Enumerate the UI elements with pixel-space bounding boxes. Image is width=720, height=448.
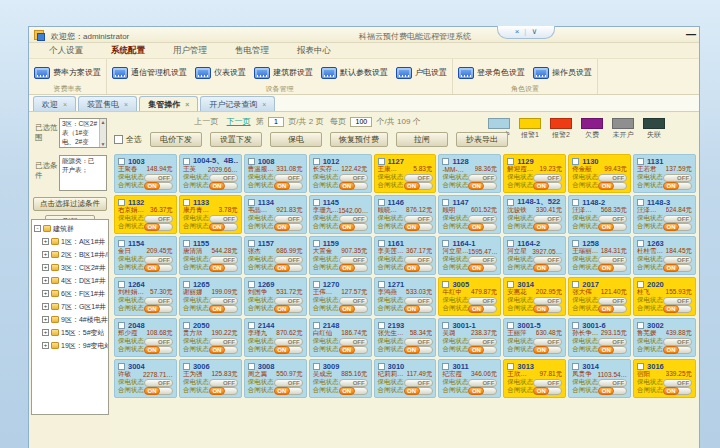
expand-icon[interactable]: + bbox=[42, 342, 49, 349]
ribbon-button-login-role[interactable]: 登录角色设置 bbox=[458, 67, 525, 79]
power-hold-toggle[interactable]: OFF bbox=[533, 379, 562, 387]
page-number-input[interactable] bbox=[268, 117, 284, 127]
tab-close-icon[interactable]: × bbox=[63, 101, 67, 108]
power-hold-toggle[interactable]: OFF bbox=[533, 338, 562, 346]
power-hold-toggle[interactable]: OFF bbox=[598, 379, 627, 387]
switch-toggle[interactable]: ON bbox=[468, 305, 497, 313]
scroll-up-icon[interactable]: ▲ bbox=[101, 119, 106, 125]
room-checkbox[interactable] bbox=[313, 240, 320, 247]
ribbon-button-meter[interactable]: 仪表设置 bbox=[195, 67, 246, 79]
room-checkbox[interactable] bbox=[637, 322, 644, 329]
room-checkbox[interactable] bbox=[378, 199, 385, 206]
collapse-ribbon-icon[interactable]: ∨ bbox=[526, 27, 542, 36]
switch-toggle[interactable]: ON bbox=[144, 305, 173, 313]
tab-close-icon[interactable]: × bbox=[124, 101, 128, 108]
room-checkbox[interactable] bbox=[313, 363, 320, 370]
power-hold-toggle[interactable]: OFF bbox=[598, 256, 627, 264]
power-hold-toggle[interactable]: OFF bbox=[209, 379, 238, 387]
room-checkbox[interactable] bbox=[378, 158, 385, 165]
switch-toggle[interactable]: ON bbox=[533, 346, 562, 354]
switch-toggle[interactable]: ON bbox=[663, 305, 692, 313]
power-hold-toggle[interactable]: OFF bbox=[598, 174, 627, 182]
room-checkbox[interactable] bbox=[118, 158, 125, 165]
power-hold-toggle[interactable]: OFF bbox=[144, 215, 173, 223]
tab-close-icon[interactable]: × bbox=[262, 101, 266, 108]
room-checkbox[interactable] bbox=[118, 199, 125, 206]
power-hold-toggle[interactable]: OFF bbox=[533, 297, 562, 305]
switch-toggle[interactable]: ON bbox=[209, 223, 238, 231]
room-checkbox[interactable] bbox=[507, 199, 514, 206]
power-hold-toggle[interactable]: OFF bbox=[339, 297, 368, 305]
room-checkbox[interactable] bbox=[442, 240, 449, 247]
switch-toggle[interactable]: ON bbox=[468, 223, 497, 231]
room-checkbox[interactable] bbox=[118, 363, 125, 370]
expand-icon[interactable]: + bbox=[42, 277, 49, 284]
ribbon-button-default-params[interactable]: 默认参数设置 bbox=[321, 67, 388, 79]
collapse-icon[interactable]: - bbox=[34, 225, 41, 232]
switch-toggle[interactable]: ON bbox=[209, 346, 238, 354]
range-scrollbar[interactable]: ▲ ▼ bbox=[99, 119, 106, 147]
power-hold-toggle[interactable]: OFF bbox=[209, 297, 238, 305]
power-hold-toggle[interactable]: OFF bbox=[144, 297, 173, 305]
room-checkbox[interactable] bbox=[637, 240, 644, 247]
ribbon-button-household-power[interactable]: 户电设置 bbox=[396, 67, 447, 79]
power-hold-toggle[interactable]: OFF bbox=[404, 215, 433, 223]
switch-toggle[interactable]: ON bbox=[533, 223, 562, 231]
switch-toggle[interactable]: ON bbox=[404, 182, 433, 190]
switch-toggle[interactable]: ON bbox=[533, 305, 562, 313]
power-hold-toggle[interactable]: OFF bbox=[468, 256, 497, 264]
switch-toggle[interactable]: ON bbox=[274, 387, 303, 395]
switch-toggle[interactable]: ON bbox=[663, 223, 692, 231]
power-hold-toggle[interactable]: OFF bbox=[274, 256, 303, 264]
action-button-price-dispatch[interactable]: 电价下发 bbox=[150, 132, 202, 147]
power-hold-toggle[interactable]: OFF bbox=[274, 379, 303, 387]
room-checkbox[interactable] bbox=[313, 199, 320, 206]
tree-item-3[interactable]: +4区：D区1#井（D区1… bbox=[34, 274, 108, 287]
switch-toggle[interactable]: ON bbox=[598, 223, 627, 231]
power-hold-toggle[interactable]: OFF bbox=[663, 174, 692, 182]
tab-account-records[interactable]: 开户记录查询× bbox=[200, 96, 275, 111]
room-checkbox[interactable] bbox=[183, 199, 190, 206]
prev-page-link[interactable]: 上一页 bbox=[194, 117, 218, 126]
room-checkbox[interactable] bbox=[378, 322, 385, 329]
power-hold-toggle[interactable]: OFF bbox=[144, 256, 173, 264]
select-all-checkbox[interactable] bbox=[114, 135, 123, 144]
power-hold-toggle[interactable]: OFF bbox=[533, 256, 562, 264]
switch-toggle[interactable]: ON bbox=[598, 264, 627, 272]
switch-toggle[interactable]: ON bbox=[274, 223, 303, 231]
selected-range-listbox[interactable]: 3区：C区2#表（1#变电、2#变电、C区1#表） ▲ ▼ bbox=[59, 118, 107, 148]
switch-toggle[interactable]: ON bbox=[404, 305, 433, 313]
switch-toggle[interactable]: ON bbox=[144, 182, 173, 190]
room-checkbox[interactable] bbox=[442, 158, 449, 165]
page-size-input[interactable] bbox=[350, 117, 372, 127]
room-checkbox[interactable] bbox=[313, 158, 320, 165]
room-checkbox[interactable] bbox=[507, 281, 514, 288]
action-button-settings-dispatch[interactable]: 设置下发 bbox=[210, 132, 262, 147]
switch-toggle[interactable]: ON bbox=[209, 264, 238, 272]
room-checkbox[interactable] bbox=[572, 281, 579, 288]
action-button-restore-prepaid[interactable]: 恢复预付费 bbox=[330, 132, 388, 147]
room-checkbox[interactable] bbox=[248, 281, 255, 288]
power-hold-toggle[interactable]: OFF bbox=[468, 338, 497, 346]
room-checkbox[interactable] bbox=[572, 158, 579, 165]
power-hold-toggle[interactable]: OFF bbox=[209, 338, 238, 346]
power-hold-toggle[interactable]: OFF bbox=[404, 297, 433, 305]
power-hold-toggle[interactable]: OFF bbox=[144, 174, 173, 182]
switch-toggle[interactable]: ON bbox=[404, 387, 433, 395]
menu-item-users[interactable]: 用户管理 bbox=[159, 45, 221, 57]
choose-filter-button[interactable]: 点击选择过滤条件 bbox=[33, 197, 107, 211]
expand-icon[interactable]: + bbox=[42, 316, 49, 323]
room-checkbox[interactable] bbox=[572, 322, 579, 329]
menu-item-sales[interactable]: 售电管理 bbox=[221, 45, 283, 57]
switch-toggle[interactable]: ON bbox=[598, 182, 627, 190]
room-checkbox[interactable] bbox=[507, 240, 514, 247]
power-hold-toggle[interactable]: OFF bbox=[274, 215, 303, 223]
power-hold-toggle[interactable]: OFF bbox=[339, 338, 368, 346]
power-hold-toggle[interactable]: OFF bbox=[339, 379, 368, 387]
room-checkbox[interactable] bbox=[183, 322, 190, 329]
room-checkbox[interactable] bbox=[118, 240, 125, 247]
room-checkbox[interactable] bbox=[507, 158, 514, 165]
next-page-link[interactable]: 下一页 bbox=[227, 117, 251, 126]
ribbon-button-comm-manager[interactable]: 通信管理机设置 bbox=[112, 67, 187, 79]
switch-toggle[interactable]: ON bbox=[274, 264, 303, 272]
